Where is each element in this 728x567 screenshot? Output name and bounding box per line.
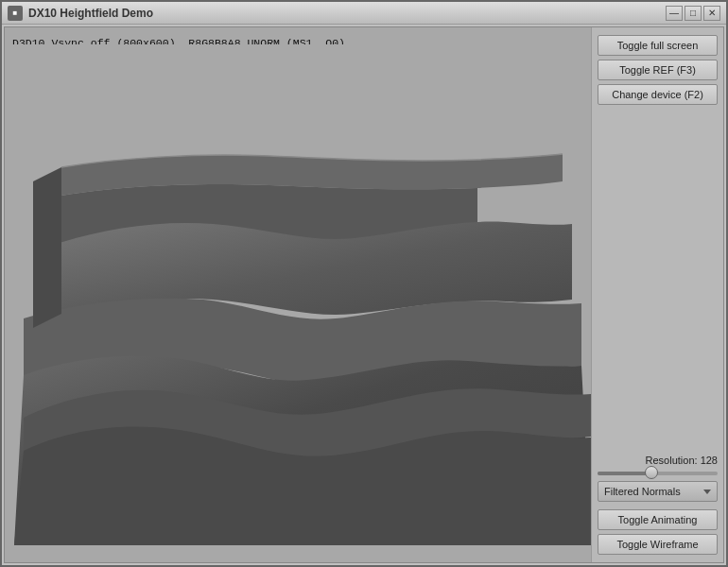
toggle-wireframe-button[interactable]: Toggle Wireframe xyxy=(598,534,718,555)
minimize-button[interactable]: — xyxy=(666,6,683,21)
left-face xyxy=(33,167,61,328)
dropdown-arrow-icon xyxy=(703,490,711,494)
slider-track[interactable] xyxy=(598,472,718,475)
slider-fill xyxy=(598,472,651,475)
window-controls: — □ ✕ xyxy=(666,6,720,21)
filtered-normals-dropdown[interactable]: Filtered Normals xyxy=(598,481,718,502)
toggle-fullscreen-button[interactable]: Toggle full screen xyxy=(598,35,718,56)
app-icon: ■ xyxy=(8,6,23,21)
title-bar: ■ DX10 Heightfield Demo — □ ✕ xyxy=(2,2,726,25)
close-button[interactable]: ✕ xyxy=(703,6,720,21)
right-panel: Toggle full screen Toggle REF (F3) Chang… xyxy=(591,27,723,562)
resolution-section: Resolution: 128 Filtered Normals xyxy=(598,455,718,506)
main-area: D3D10 Vsync off (800x600), R8G8B8A8_UNOR… xyxy=(4,26,724,563)
maximize-button[interactable]: □ xyxy=(685,6,702,21)
resolution-label: Resolution: 128 xyxy=(598,455,718,466)
toggle-animating-button[interactable]: Toggle Animating xyxy=(598,509,718,530)
window-title: DX10 Heightfield Demo xyxy=(28,7,666,20)
spacer xyxy=(598,109,718,451)
canvas-area: D3D10 Vsync off (800x600), R8G8B8A8_UNOR… xyxy=(5,27,591,562)
slider-container xyxy=(598,472,718,475)
filtered-normals-label: Filtered Normals xyxy=(604,486,681,497)
change-device-button[interactable]: Change device (F2) xyxy=(598,84,718,105)
bottom-buttons: Toggle Animating Toggle Wireframe xyxy=(598,509,718,555)
slider-thumb[interactable] xyxy=(645,466,658,479)
toggle-ref-button[interactable]: Toggle REF (F3) xyxy=(598,60,718,80)
main-window: ■ DX10 Heightfield Demo — □ ✕ D3D10 Vsyn… xyxy=(0,0,728,567)
heightfield-render xyxy=(5,27,591,562)
